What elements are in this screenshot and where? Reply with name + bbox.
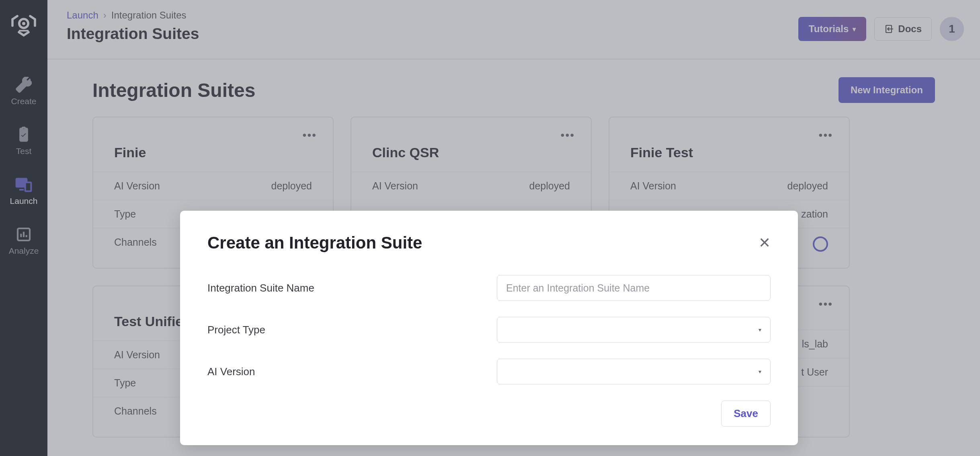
create-integration-modal: Create an Integration Suite ✕ Integratio… bbox=[180, 211, 798, 445]
integration-name-input[interactable] bbox=[497, 275, 771, 301]
project-type-label: Project Type bbox=[207, 324, 497, 336]
form-row-project-type: Project Type ▾ bbox=[207, 317, 771, 343]
caret-down-icon: ▾ bbox=[759, 368, 761, 375]
ai-version-select[interactable]: ▾ bbox=[497, 359, 771, 384]
form-row-ai-version: AI Version ▾ bbox=[207, 359, 771, 384]
close-icon[interactable]: ✕ bbox=[759, 236, 771, 250]
save-button[interactable]: Save bbox=[721, 401, 771, 427]
project-type-select[interactable]: ▾ bbox=[497, 317, 771, 343]
caret-down-icon: ▾ bbox=[759, 327, 761, 333]
name-label: Integration Suite Name bbox=[207, 282, 497, 294]
modal-title: Create an Integration Suite bbox=[207, 233, 422, 253]
form-row-name: Integration Suite Name bbox=[207, 275, 771, 301]
ai-version-label: AI Version bbox=[207, 366, 497, 378]
